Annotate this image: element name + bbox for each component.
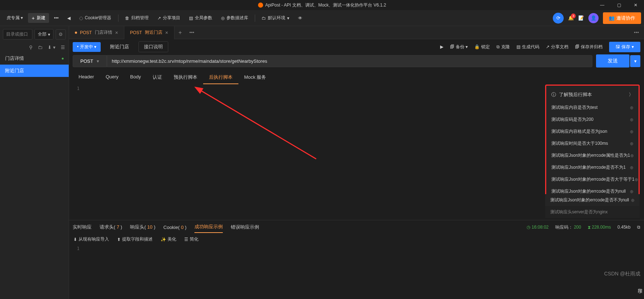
send-button[interactable]: 发送	[596, 54, 629, 67]
tab-query[interactable]: Query	[100, 71, 124, 84]
resp-tab-realtime[interactable]: 实时响应	[73, 222, 92, 233]
search-input[interactable]: 目录或接口	[3, 29, 32, 40]
import-button[interactable]: ⬇ 从现有响应导入	[73, 236, 109, 242]
tab-mock[interactable]: Mock 服务	[238, 71, 272, 84]
team-selector[interactable]: 虎专属 ▾	[3, 13, 27, 23]
share-button[interactable]: ↗ 分享项目	[154, 13, 184, 23]
resp-tab-resphead[interactable]: 响应头( 10 )	[130, 222, 155, 233]
content: POST 门店详情 × POST 附近门店 × + ••• ••• • 开发中 …	[69, 26, 644, 299]
play-icon[interactable]: ▶	[440, 44, 443, 49]
sidebar-search-row: 目录或接口 全部 ▾ ⚙	[0, 26, 69, 42]
tab-method: POST	[130, 30, 142, 35]
sidebar-item-store-detail[interactable]: 门店详情	[0, 52, 69, 65]
snippet-item[interactable]: 测试响应时间是否大于100ms⊕	[546, 138, 639, 150]
cookie-manager[interactable]: ◌ Cookie管理器	[76, 13, 115, 23]
modified-dot	[75, 32, 77, 34]
gencode-button[interactable]: ▤ 生成代码	[516, 44, 539, 50]
backup-button[interactable]: 🗐 备份 ▾	[450, 44, 468, 50]
snippet-panel: ⓘ 了解预后行脚本 〉 测试响应内容是否为test⊕ 测试响应码是否为200⊕ …	[545, 85, 640, 201]
tab-postscript[interactable]: 后执行脚本	[203, 71, 238, 84]
tab-store-detail[interactable]: POST 门店详情 ×	[69, 26, 124, 39]
clone-button[interactable]: ⧉ 克隆	[496, 44, 510, 50]
method-select[interactable]: POST ▾	[73, 55, 107, 67]
response-code[interactable]	[87, 245, 644, 299]
close-icon[interactable]: ×	[165, 30, 168, 36]
copy-icon[interactable]: ⧉	[637, 225, 640, 230]
eye-icon[interactable]: 👁	[294, 14, 306, 22]
resp-tab-error[interactable]: 错误响应示例	[231, 222, 259, 233]
new-button[interactable]: +新建	[28, 13, 49, 23]
notification-icon[interactable]: 🔔	[568, 15, 574, 21]
snippet-header[interactable]: ⓘ 了解预后行脚本 〉	[546, 88, 639, 102]
snippet-item[interactable]: 测试响应内容格式是否为json⊕	[546, 126, 639, 138]
snippet-item[interactable]: 测试响应Json对象的errcode是否大于等于1⊕	[546, 173, 639, 185]
snippet-item[interactable]: 测试响应码是否为200⊕	[546, 114, 639, 126]
backup-label: 备份 ▾	[456, 44, 468, 50]
lock-button[interactable]: 🔒 锁定	[474, 44, 490, 50]
snippet-item[interactable]: 测试响应头server是否为nginx	[545, 206, 640, 218]
filter-select[interactable]: 全部 ▾	[35, 29, 53, 40]
list-icon[interactable]: ☰	[61, 45, 65, 50]
new-label: 新建	[37, 15, 45, 21]
back-icon[interactable]: ◀	[64, 14, 74, 22]
paramlib-label: 参数描述库	[226, 15, 248, 21]
link-icon[interactable]: ⚲	[29, 45, 33, 50]
actionbar: • 开发中 ▾ 附近门店 接口说明 ▶ 🗐 备份 ▾ 🔒 锁定 ⧉ 克隆 ▤ 生…	[69, 39, 644, 54]
save-button[interactable]: 🖫 保存 ▾	[609, 42, 640, 52]
main-toolbar: 虎专属 ▾ +新建 ••• ◀ ◌ Cookie管理器 🗑 归档管理 ↗ 分享项…	[0, 10, 644, 26]
global-params[interactable]: ▤ 全局参数	[185, 13, 216, 23]
status-dot	[62, 58, 64, 60]
url-input[interactable]: http://xmmionegw.test.b2c.srv/mtop/nrme/…	[107, 55, 592, 67]
tab-auth[interactable]: 认证	[147, 71, 168, 84]
snippet-item[interactable]: 测试响应Json对象的errcode是否不为1⊕	[546, 161, 639, 173]
sharedoc-button[interactable]: ↗ 分享文档	[546, 44, 568, 50]
gear-icon[interactable]: ⚙	[56, 29, 66, 40]
archive-button[interactable]: 🗐 保存并归档	[575, 44, 603, 50]
more-icon[interactable]: •••	[51, 14, 63, 22]
beautify-button[interactable]: ✨ 美化	[161, 236, 176, 242]
code-editor[interactable]: ⓘ 了解预后行脚本 〉 测试响应内容是否为test⊕ 测试响应码是否为200⊕ …	[87, 85, 644, 220]
avatar[interactable]: 👤	[588, 13, 599, 23]
sync-button[interactable]: ⟳	[553, 13, 564, 24]
svg-line-0	[200, 90, 316, 159]
separator	[255, 15, 255, 22]
folder-add-icon[interactable]: 🗀	[38, 45, 43, 50]
api-name[interactable]: 附近门店	[105, 42, 134, 52]
tab-body[interactable]: Body	[124, 71, 147, 84]
status-chip[interactable]: • 开发中 ▾	[73, 42, 101, 52]
note-icon[interactable]: 📝	[578, 15, 584, 21]
download-icon[interactable]: ⬇ ▾	[48, 45, 56, 50]
add-tab-button[interactable]: +	[174, 29, 186, 36]
titlebar: ApiPost - API 文档、调试、Mock、测试一体化协作平台 V6.1.…	[0, 0, 644, 10]
snippet-item[interactable]: 测试响应Json对象的errcode是否不为null⊕	[545, 194, 640, 206]
archive-button[interactable]: 🗑 归档管理	[121, 13, 152, 23]
close-icon[interactable]: ×	[115, 30, 118, 36]
url-row: POST ▾ http://xmmionegw.test.b2c.srv/mto…	[69, 54, 644, 71]
env-selector[interactable]: 🗀 默认环境 ▾	[258, 13, 293, 23]
maximize-button[interactable]: ▢	[611, 0, 627, 10]
tab-prescript[interactable]: 预执行脚本	[168, 71, 203, 84]
tab-header[interactable]: Header	[73, 71, 100, 84]
minimize-button[interactable]: —	[594, 0, 611, 10]
tab-nearby-stores[interactable]: POST 附近门店 ×	[124, 26, 174, 39]
param-library[interactable]: ◎ 参数描述库	[217, 13, 252, 23]
api-description[interactable]: 接口说明	[138, 41, 168, 52]
arrow-annotation	[189, 86, 334, 170]
resp-tab-reqhead[interactable]: 请求头( 7 )	[100, 222, 122, 233]
invite-button[interactable]: 👥 邀请协作	[603, 12, 641, 24]
send-dropdown[interactable]: ▾	[630, 55, 640, 67]
extract-button[interactable]: ⬆ 提取字段和描述	[117, 236, 153, 242]
resp-tab-success[interactable]: 成功响应示例	[194, 221, 223, 233]
simplify-button[interactable]: ☰ 简化	[184, 236, 198, 242]
snippet-item[interactable]: 测试响应Json对象的errcode属性是否为1⊕	[546, 150, 639, 161]
actionbar-right: ▶ 🗐 备份 ▾ 🔒 锁定 ⧉ 克隆 ▤ 生成代码 ↗ 分享文档 🗐 保存并归档…	[440, 42, 640, 52]
tab-label: 门店详情	[95, 29, 112, 36]
tab-more-button[interactable]: •••	[186, 30, 198, 35]
clone-label: 克隆	[501, 44, 510, 50]
close-button[interactable]: ✕	[627, 0, 644, 10]
snippet-item[interactable]: 测试响应内容是否为test⊕	[546, 102, 639, 114]
sidebar-item-label: 门店详情	[5, 55, 24, 62]
sidebar-item-nearby-stores[interactable]: 附近门店	[0, 65, 69, 77]
tab-overflow-icon[interactable]: •••	[629, 30, 644, 35]
resp-tab-cookie[interactable]: Cookie( 0 )	[164, 222, 187, 232]
